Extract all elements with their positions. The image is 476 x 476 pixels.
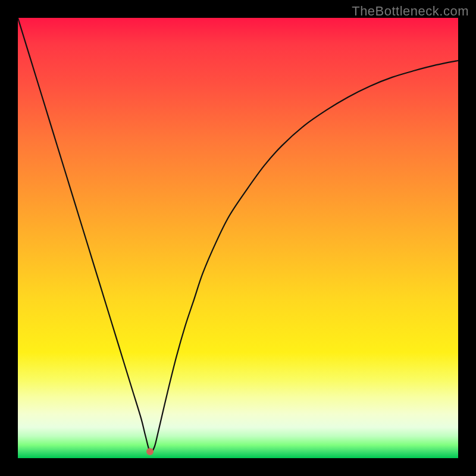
- bottleneck-curve: [18, 18, 458, 452]
- curve-svg: [18, 18, 458, 458]
- plot-area: [18, 18, 458, 458]
- chart-canvas: TheBottleneck.com: [0, 0, 476, 476]
- watermark-text: TheBottleneck.com: [352, 4, 469, 19]
- min-dot: [146, 448, 154, 455]
